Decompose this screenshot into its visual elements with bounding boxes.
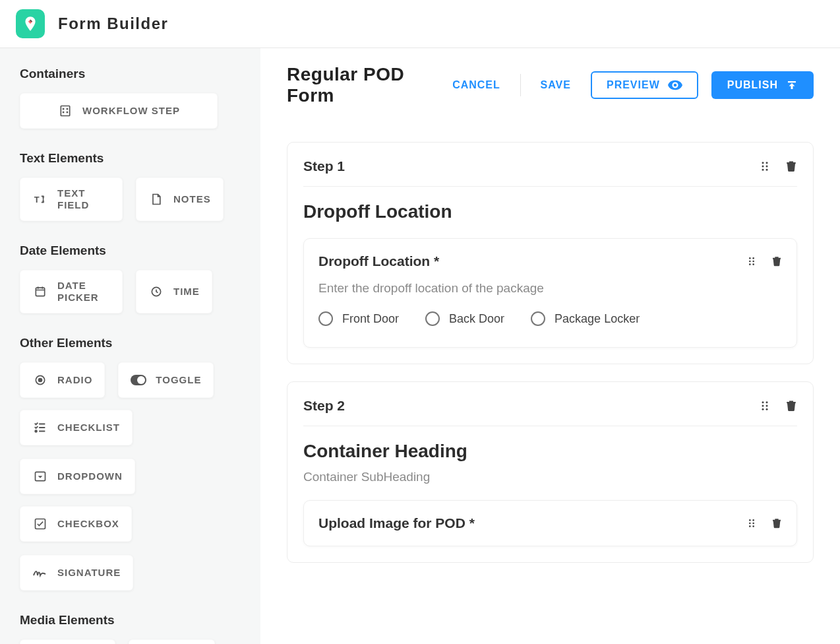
section-title: Text Elements	[20, 151, 241, 166]
drag-handle[interactable]	[759, 160, 771, 172]
drag-icon	[759, 160, 771, 172]
svg-point-39	[752, 519, 754, 521]
section-title: Date Elements	[20, 243, 241, 258]
element-checkbox[interactable]: CHECKBOX	[20, 506, 132, 542]
main-area: Regular POD Form CANCEL SAVE PREVIEW PUB…	[260, 48, 840, 644]
trash-icon	[771, 517, 782, 529]
preview-button[interactable]: PREVIEW	[591, 71, 698, 99]
drag-icon	[759, 400, 771, 412]
sidebar-section-other-elements: Other Elements RADIO TOGGLE	[20, 336, 241, 591]
radio-circle-icon	[318, 311, 333, 326]
field-description: Enter the dropoff location of the packag…	[318, 281, 782, 296]
trash-icon	[771, 255, 782, 267]
svg-text:T: T	[34, 195, 40, 205]
drag-icon	[746, 256, 757, 267]
clock-icon	[148, 284, 164, 300]
sidebar: Containers WORKFLOW STEP Text Elements	[0, 48, 260, 644]
element-notes[interactable]: NOTES	[136, 177, 224, 221]
label: PUBLISH	[727, 79, 778, 91]
svg-point-37	[766, 408, 768, 410]
svg-point-25	[766, 169, 768, 171]
label: TOGGLE	[156, 374, 201, 386]
element-dropdown[interactable]: DROPDOWN	[20, 459, 135, 494]
field-card-dropoff-location: Dropoff Location *	[303, 238, 797, 348]
svg-rect-6	[67, 112, 69, 113]
svg-point-27	[752, 257, 754, 259]
element-upload[interactable]: UPLOAD	[20, 639, 115, 644]
app-logo	[16, 9, 45, 38]
radio-option-back-door[interactable]: Back Door	[425, 311, 504, 326]
svg-rect-8	[36, 288, 44, 296]
element-time[interactable]: TIME	[136, 270, 212, 313]
svg-point-43	[752, 525, 754, 527]
svg-rect-3	[63, 108, 65, 110]
svg-point-42	[749, 525, 751, 527]
drag-handle[interactable]	[746, 256, 757, 267]
delete-button[interactable]	[771, 517, 782, 529]
svg-point-35	[766, 405, 768, 407]
section-heading: Dropoff Location	[303, 201, 797, 222]
workflow-icon	[57, 103, 73, 119]
step-title: Step 1	[303, 158, 345, 174]
step-title: Step 2	[303, 398, 345, 414]
notes-icon	[148, 191, 164, 207]
svg-point-36	[762, 408, 764, 410]
svg-point-20	[762, 162, 764, 164]
element-text-field[interactable]: T TEXT FIELD	[20, 177, 123, 221]
element-toggle[interactable]: TOGGLE	[118, 362, 214, 398]
checklist-icon	[32, 420, 48, 435]
form-canvas[interactable]: Step 1 Dropoff Location	[260, 129, 840, 644]
step-card-2: Step 2 Container Heading Co	[287, 381, 814, 563]
signature-icon	[32, 565, 48, 581]
delete-button[interactable]	[785, 399, 797, 412]
section-title: Other Elements	[20, 336, 241, 350]
eye-icon	[668, 80, 682, 90]
section-title: Media Elements	[20, 613, 241, 628]
option-label: Front Door	[342, 312, 399, 326]
element-image[interactable]: IMAGE	[129, 639, 214, 644]
label: RADIO	[57, 374, 92, 386]
drag-handle[interactable]	[746, 518, 757, 529]
svg-point-41	[752, 523, 754, 525]
radio-option-front-door[interactable]: Front Door	[318, 311, 399, 326]
element-radio[interactable]: RADIO	[20, 362, 105, 398]
toolbar: Regular POD Form CANCEL SAVE PREVIEW PUB…	[260, 48, 840, 113]
sidebar-section-media-elements: Media Elements UPLOAD IMAGE	[20, 613, 241, 644]
drag-handle[interactable]	[759, 400, 771, 412]
cancel-button[interactable]: CANCEL	[446, 75, 507, 95]
svg-point-13	[137, 376, 145, 384]
radio-option-package-locker[interactable]: Package Locker	[531, 311, 640, 326]
section-subheading: Container SubHeading	[303, 470, 797, 484]
svg-point-33	[766, 401, 768, 403]
element-date-picker[interactable]: DATE PICKER	[20, 270, 123, 313]
trash-icon	[785, 160, 797, 173]
svg-point-19	[673, 84, 676, 87]
svg-rect-2	[61, 106, 69, 116]
svg-rect-5	[63, 112, 65, 113]
svg-point-21	[766, 162, 768, 164]
radio-circle-icon	[425, 311, 440, 326]
element-signature[interactable]: SIGNATURE	[20, 555, 133, 591]
element-workflow-step[interactable]: WORKFLOW STEP	[20, 93, 218, 129]
delete-button[interactable]	[771, 255, 782, 267]
pin-icon	[22, 15, 39, 32]
svg-point-26	[749, 257, 751, 259]
label: SIGNATURE	[57, 567, 121, 579]
svg-point-32	[762, 401, 764, 403]
form-title: Regular POD Form	[287, 64, 419, 106]
svg-point-40	[749, 523, 751, 525]
save-button[interactable]: SAVE	[534, 75, 578, 95]
toggle-icon	[131, 372, 146, 388]
divider	[520, 74, 521, 96]
svg-point-29	[752, 261, 754, 263]
publish-button[interactable]: PUBLISH	[711, 71, 814, 99]
section-title: Containers	[20, 67, 241, 81]
publish-icon	[786, 79, 798, 91]
label: PREVIEW	[607, 79, 660, 91]
label: TEXT FIELD	[57, 187, 110, 211]
svg-point-14	[35, 430, 37, 432]
sidebar-section-text-elements: Text Elements T TEXT FIELD NOTES	[20, 151, 241, 221]
element-checklist[interactable]: CHECKLIST	[20, 410, 133, 445]
delete-button[interactable]	[785, 160, 797, 173]
field-title: Upload Image for POD *	[318, 515, 475, 531]
